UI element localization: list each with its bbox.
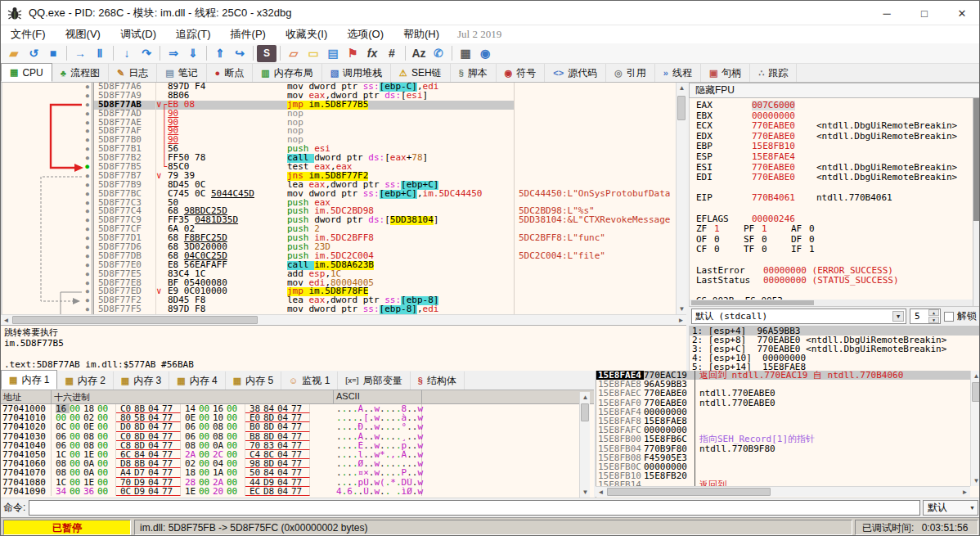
disasm-row[interactable]: ●5D8F77B1 │56push esi <box>2 145 677 154</box>
scroll-thumb[interactable] <box>12 316 258 324</box>
scroll-thumb[interactable] <box>581 403 589 421</box>
register-line[interactable]: LastError00000000 (ERROR_SUCCESS) <box>696 266 980 277</box>
argument-row[interactable]: 4: [esp+10] 00000000 <box>690 354 980 363</box>
patch-button[interactable]: ▱ <box>284 45 303 62</box>
breakpoint-dot[interactable]: ● <box>86 235 89 241</box>
breakpoint-dot[interactable]: ● <box>86 101 89 108</box>
stack-horizontal-scrollbar[interactable]: ◄ ► <box>596 486 970 497</box>
command-mode-select[interactable]: 默认 ▼ <box>923 500 978 516</box>
breakpoint-dot[interactable]: ● <box>86 137 89 143</box>
dump-row[interactable]: 770410501C001E006C8404772A002C00C48C0477… <box>1 450 594 459</box>
register-line[interactable]: EIP770B4061ntdll.770B4061 <box>696 193 980 204</box>
disasm-row[interactable]: ●5D8F77E583C4 1Cadd esp,1C <box>2 270 677 279</box>
dump-row[interactable]: 770410200C000E00D08D047706000800B08D0477… <box>1 422 594 431</box>
scroll-down-arrow[interactable]: ▼ <box>677 304 687 314</box>
breakpoint-dot[interactable]: ● <box>86 146 89 152</box>
breakpoint-dot[interactable]: ● <box>86 182 89 188</box>
arguments-view[interactable]: 1: [esp+4] 96A59BB32: [esp+8] 770EABE0 <… <box>689 326 980 371</box>
dump-row[interactable]: 7704103006000800C08D047706000800B88D0477… <box>1 432 594 441</box>
breakpoint-dot[interactable]: ● <box>86 92 89 99</box>
tab-symbols[interactable]: ◉符号 <box>497 64 546 82</box>
disasm-row[interactable]: ●5D8F77B0 │90nop <box>2 136 677 145</box>
scroll-thumb[interactable] <box>677 96 686 120</box>
menu-item[interactable]: 视图(V) <box>56 25 110 43</box>
menu-item[interactable]: 收藏夹(I) <box>276 25 337 43</box>
disasm-row[interactable]: ●5D8F77B98D45 0Clea eax,dword ptr ss:[eb… <box>2 181 677 190</box>
scroll-down-arrow[interactable]: ▼ <box>971 475 980 486</box>
register-line[interactable]: CF0TF0IF1 <box>696 245 980 255</box>
disasm-row[interactable]: ●5D8F77AD │90nop <box>2 110 677 119</box>
dump-row[interactable]: 770410801C001E0070D9047728002A0044D90477… <box>1 478 594 487</box>
argument-row[interactable]: 3: [esp+C] 770EABE0 <ntdll.DbgUiRemoteBr… <box>690 345 980 354</box>
register-line[interactable]: OF0SF0DF0 <box>696 235 980 245</box>
stack-vertical-scrollbar[interactable]: ▲ ▼ <box>970 371 980 486</box>
disasm-row[interactable]: ●5D8F77AE │90nop <box>2 119 677 128</box>
scroll-up-arrow[interactable]: ▲ <box>971 371 980 381</box>
stack-row[interactable]: 15E8FB08F45905E3 <box>596 453 980 462</box>
restart-button[interactable]: ↺ <box>24 45 43 62</box>
stack-row[interactable]: 15E8FAE896A59BB3 <box>596 380 980 389</box>
tab-threads[interactable]: »线程 <box>655 64 701 82</box>
stack-row[interactable]: 15E8FB0015E8FB6C指向SEH_Record[1]的指针 <box>596 435 980 444</box>
pause-button[interactable]: Ⅱ <box>90 45 110 62</box>
disassembly-view[interactable]: ●5D8F77A6897D F4mov dword ptr ss:[ebp-C]… <box>1 83 686 314</box>
labels-button[interactable]: ▤ <box>323 45 343 62</box>
register-line[interactable]: LastStatus00000000 (STATUS_SUCCESS) <box>696 276 980 286</box>
bookmarks-button[interactable]: ⚑ <box>343 45 362 62</box>
register-line[interactable]: ECX770EABE0<ntdll.DbgUiRemoteBreakin> <box>696 121 980 132</box>
tab-dump-4[interactable]: ▦内存 4 <box>169 372 225 390</box>
breakpoint-dot[interactable]: ● <box>86 288 89 295</box>
tab-breakpoints[interactable]: ●断点 <box>207 64 254 82</box>
tab-trace[interactable]: ∴跟踪 <box>750 64 797 82</box>
tab-source[interactable]: <>源代码 <box>545 64 606 82</box>
disasm-row[interactable]: ●5D8F77CF6A 02push 2 <box>2 225 677 234</box>
stop-button[interactable]: ■ <box>43 45 63 62</box>
chevron-down-icon[interactable]: ▼ <box>969 505 975 511</box>
stack-row[interactable]: 15E8FAF0770EABE0ntdll.770EABE0 <box>596 399 980 408</box>
registers-horizontal-scrollbar[interactable] <box>690 300 973 306</box>
register-line[interactable] <box>696 183 980 194</box>
run-to-selection-button[interactable]: ⇒ <box>164 45 183 62</box>
stack-row[interactable]: 15E8FAF815E8FAE8 <box>596 417 980 426</box>
stack-row[interactable]: 15E8FB04770B9F80ntdll.770B9F80 <box>596 444 980 453</box>
tab-handles[interactable]: ▣句柄 <box>701 64 750 82</box>
open-file-button[interactable]: ▰ <box>4 45 24 62</box>
breakpoint-dot[interactable]: ● <box>86 217 89 223</box>
dump-vertical-scrollbar[interactable]: ▲ ▼ <box>579 392 590 498</box>
comments-button[interactable]: ▭ <box>303 45 323 62</box>
scroll-down-arrow[interactable]: ▼ <box>580 487 591 498</box>
functions-button[interactable]: fx <box>362 45 382 62</box>
disasm-row[interactable]: ●5D8F77C350push eax <box>2 199 677 208</box>
breakpoint-dot[interactable]: ● <box>86 200 89 206</box>
calling-convention-select[interactable]: 默认 (stdcall) ▼ <box>691 309 906 324</box>
chevron-down-icon[interactable]: ▼ <box>892 311 904 322</box>
breakpoint-dot[interactable]: ● <box>86 262 89 268</box>
stack-row[interactable]: 15E8FB0C00000000 <box>596 462 980 471</box>
tab-dump-2[interactable]: ▦内存 2 <box>57 372 113 390</box>
scroll-left-arrow[interactable]: ◄ <box>596 487 606 498</box>
stack-row[interactable]: 15E8FAF400000000 <box>596 408 980 417</box>
breakpoint-dot[interactable]: ● <box>86 271 89 277</box>
dump-rows[interactable]: 7704100016001800C08B04771400160038840477… <box>1 404 594 496</box>
breakpoint-dot[interactable]: ● <box>86 191 89 197</box>
scroll-thumb[interactable] <box>973 98 980 221</box>
close-button[interactable]: ✕ <box>943 1 980 25</box>
disasm-row[interactable]: ●5D8F77C468 98BDC25Dpush im.5DC2BD985DC2… <box>2 207 677 216</box>
scroll-up-arrow[interactable]: ▲ <box>677 83 687 93</box>
stepper-up-arrow[interactable]: ▲ <box>928 309 939 316</box>
dump-row[interactable]: 7704101000000200805B04770E001000E08D0477… <box>1 413 594 422</box>
minimize-button[interactable]: ─ <box>868 1 906 25</box>
dump-row[interactable]: 7704107008000A00A4D7047718001A0050840477… <box>1 468 594 477</box>
stack-row[interactable]: 15E8FAE4770EAC19返回到 ntdll.770EAC19 自 ntd… <box>596 371 980 380</box>
breakpoint-dot[interactable]: ● <box>86 155 89 161</box>
breakpoint-dot[interactable]: ● <box>86 173 89 179</box>
scroll-right-arrow[interactable]: ► <box>960 487 970 498</box>
registers-body[interactable]: EAX007C6000EBX00000000ECX770EABE0<ntdll.… <box>689 98 980 306</box>
breakpoint-dot[interactable]: ● <box>86 244 89 250</box>
register-line[interactable]: EBX00000000 <box>696 111 980 122</box>
breakpoint-dot[interactable]: ● <box>86 208 89 214</box>
tab-locals[interactable]: [x=]局部变量 <box>338 372 410 390</box>
tab-script[interactable]: §脚本 <box>451 64 497 82</box>
menu-item[interactable]: 帮助(H) <box>393 25 449 43</box>
step-over-button[interactable]: ↷ <box>137 45 156 62</box>
